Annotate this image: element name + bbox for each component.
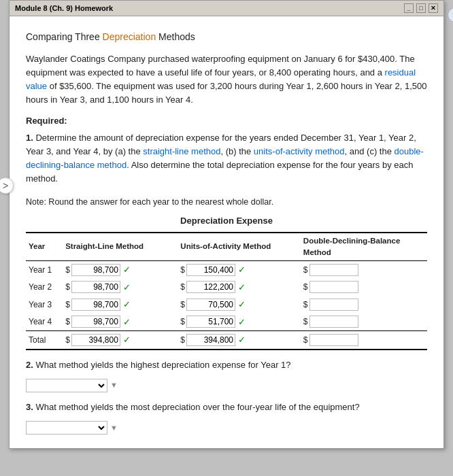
intro-paragraph: Waylander Coatings Company purchased wat…	[26, 52, 427, 107]
cell-year-2: Year 3	[26, 296, 63, 313]
heading-text: Comparing Three	[26, 31, 103, 42]
sl-total-input[interactable]	[71, 334, 120, 346]
col-header-year: Year	[26, 233, 63, 261]
rounding-note: Note: Round the answer for each year to …	[26, 196, 427, 209]
col-header-sl: Straight-Line Method	[63, 233, 178, 261]
ua-method-link[interactable]: units-of-activity method	[254, 146, 345, 156]
ua-total-input[interactable]	[186, 334, 235, 346]
sl-total-check: ✓	[123, 333, 131, 347]
dd-input-0[interactable]	[309, 264, 358, 276]
cell-year-0: Year 1	[26, 261, 63, 279]
cell-ua-0: $ ✓	[178, 261, 300, 279]
sl-input-1[interactable]	[71, 281, 120, 293]
q3-dropdown-arrow: ▼	[110, 422, 118, 434]
question-1-block: 1. Determine the amount of depreciation …	[26, 131, 427, 186]
cell-dd-0: $	[301, 261, 427, 279]
sl-input-2[interactable]	[71, 299, 120, 311]
sl-input-3[interactable]	[71, 316, 120, 328]
close-button[interactable]: ✕	[429, 3, 438, 13]
dd-total-input[interactable]	[309, 334, 358, 346]
cell-dd-3: $	[301, 313, 427, 331]
table-total-row: Total $ ✓ $ ✓ $	[26, 331, 427, 350]
q3-dropdown-row: Straight-Line Method Units-of-Activity M…	[26, 421, 427, 435]
sl-check-0: ✓	[123, 263, 131, 277]
main-window: Module 8 (Ch. 9) Homework _ □ ✕ > ? Comp…	[9, 0, 444, 449]
depreciation-table: Year Straight-Line Method Units-of-Activ…	[26, 232, 427, 350]
ua-check-2: ✓	[238, 298, 246, 311]
col-header-ua: Units-of-Activity Method	[178, 233, 300, 261]
cell-sl-2: $ ✓	[63, 296, 178, 313]
table-row: Year 4 $ ✓ $ ✓ $	[26, 313, 427, 331]
sl-check-1: ✓	[123, 281, 131, 294]
ua-input-3[interactable]	[186, 316, 235, 328]
cell-year-3: Year 4	[26, 313, 63, 331]
dd-input-1[interactable]	[309, 281, 358, 293]
q3-answer-select[interactable]: Straight-Line Method Units-of-Activity M…	[26, 421, 107, 435]
cell-total-label: Total	[26, 331, 63, 350]
cell-sl-3: $ ✓	[63, 313, 178, 331]
sl-input-0[interactable]	[71, 264, 120, 276]
ua-total-check: ✓	[238, 333, 246, 347]
cell-year-1: Year 2	[26, 279, 63, 296]
question-2-block: 2. What method yields the highest deprec…	[26, 358, 427, 392]
minimize-button[interactable]: _	[404, 3, 414, 13]
q2-answer-select[interactable]: Straight-Line Method Units-of-Activity M…	[26, 379, 107, 392]
col-header-dd: Double-Declining-Balance Method	[301, 233, 427, 261]
titlebar: Module 8 (Ch. 9) Homework _ □ ✕	[10, 1, 443, 16]
cell-ua-2: $ ✓	[178, 296, 300, 313]
cell-sl-total: $ ✓	[63, 331, 178, 350]
required-label: Required:	[26, 114, 427, 128]
q2-dropdown-row: Straight-Line Method Units-of-Activity M…	[26, 379, 427, 392]
ua-input-0[interactable]	[186, 264, 235, 276]
cell-dd-2: $	[301, 296, 427, 313]
cell-dd-total: $	[301, 331, 427, 350]
help-button[interactable]: ?	[448, 7, 453, 22]
titlebar-controls: _ □ ✕	[404, 3, 438, 13]
ua-check-3: ✓	[238, 316, 246, 329]
ua-input-1[interactable]	[186, 281, 235, 293]
table-row: Year 3 $ ✓ $ ✓ $	[26, 296, 427, 313]
sl-check-3: ✓	[123, 316, 131, 329]
window-title: Module 8 (Ch. 9) Homework	[15, 4, 113, 12]
heading-orange: Depreciation	[103, 31, 156, 42]
dd-input-3[interactable]	[309, 316, 358, 328]
cell-ua-3: $ ✓	[178, 313, 300, 331]
q1-text: 1. Determine the amount of depreciation …	[26, 131, 427, 186]
table-title: Depreciation Expense	[26, 214, 427, 228]
sl-method-link[interactable]: straight-line method	[143, 146, 220, 156]
question-3-block: 3. What method yields the most depreciat…	[26, 401, 427, 435]
maximize-button[interactable]: □	[416, 3, 426, 13]
ua-input-2[interactable]	[186, 299, 235, 311]
ua-check-0: ✓	[238, 263, 246, 277]
cell-sl-0: $ ✓	[63, 261, 178, 279]
table-row: Year 2 $ ✓ $ ✓ $	[26, 279, 427, 296]
cell-ua-1: $ ✓	[178, 279, 300, 296]
ua-check-1: ✓	[238, 281, 246, 294]
heading-rest: Methods	[156, 31, 195, 42]
sl-check-2: ✓	[123, 298, 131, 311]
q2-dropdown-arrow: ▼	[110, 379, 118, 391]
cell-sl-1: $ ✓	[63, 279, 178, 296]
dd-input-2[interactable]	[309, 299, 358, 311]
table-row: Year 1 $ ✓ $ ✓ $	[26, 261, 427, 279]
section-heading: Comparing Three Depreciation Methods	[26, 30, 427, 44]
cell-dd-1: $	[301, 279, 427, 296]
cell-ua-total: $ ✓	[178, 331, 300, 350]
table-header-row: Year Straight-Line Method Units-of-Activ…	[26, 233, 427, 261]
main-content: Comparing Three Depreciation Methods Way…	[10, 16, 443, 448]
